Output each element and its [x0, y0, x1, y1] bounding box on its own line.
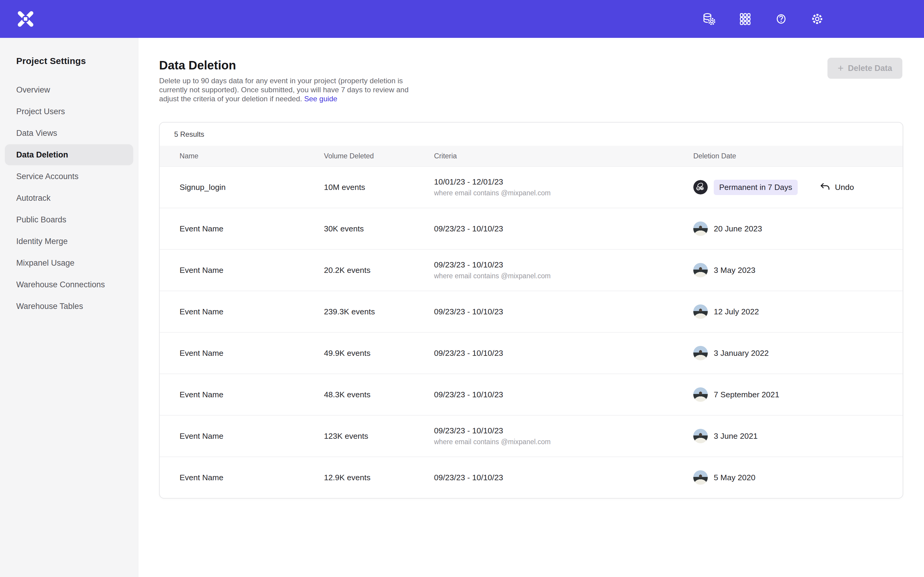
sidebar-item[interactable]: Data Deletion: [5, 144, 133, 165]
plus-icon: +: [838, 63, 844, 73]
table-row: Signup_login 10M events 10/01/23 - 12/01…: [160, 166, 903, 208]
table-row: Event Name 30K events 09/23/23 - 10/10/2…: [160, 208, 903, 249]
sidebar-item-label: Public Boards: [16, 215, 66, 224]
row-name: Event Name: [179, 307, 324, 316]
sidebar-item[interactable]: Overview: [5, 79, 133, 100]
deletion-date: 5 May 2020: [714, 473, 755, 482]
row-volume: 10M events: [324, 183, 434, 192]
deletion-date: 3 June 2021: [714, 432, 758, 441]
row-criteria-subtext: where email contains @mixpanel.com: [434, 272, 693, 280]
row-volume: 49.9K events: [324, 349, 434, 358]
page-description: Delete up to 90 days data for any event …: [159, 76, 421, 103]
undo-button[interactable]: Undo: [819, 181, 854, 193]
deletion-date: 3 May 2023: [714, 266, 755, 275]
column-header-volume: Volume Deleted: [324, 152, 434, 160]
row-criteria: 09/23/23 - 10/10/23: [434, 349, 693, 358]
row-name: Event Name: [179, 473, 324, 482]
table-row: Event Name 49.9K events 09/23/23 - 10/10…: [160, 332, 903, 374]
table-body: Signup_login 10M events 10/01/23 - 12/01…: [160, 166, 903, 498]
delete-data-button-label: Delete Data: [848, 64, 892, 73]
row-name: Signup_login: [179, 183, 324, 192]
sidebar-item[interactable]: Warehouse Tables: [5, 296, 133, 317]
column-header-deletion-date: Deletion Date: [693, 152, 883, 160]
deletion-date: 20 June 2023: [714, 224, 762, 234]
sidebar-item[interactable]: Service Accounts: [5, 166, 133, 187]
sidebar-item-label: Mixpanel Usage: [16, 258, 74, 268]
see-guide-link[interactable]: See guide: [304, 95, 337, 103]
row-volume: 30K events: [324, 224, 434, 234]
user-avatar-photo: [693, 305, 708, 319]
sidebar-item[interactable]: Autotrack: [5, 187, 133, 209]
row-criteria: 09/23/23 - 10/10/23: [434, 224, 693, 234]
column-header-name: Name: [179, 152, 324, 160]
permanent-badge: Permanent in 7 Days: [714, 180, 798, 195]
user-avatar-illustration: [693, 180, 708, 195]
table-header-row: Name Volume Deleted Criteria Deletion Da…: [160, 146, 903, 166]
column-header-criteria: Criteria: [434, 152, 693, 160]
delete-data-button[interactable]: + Delete Data: [827, 58, 902, 79]
row-criteria: 09/23/23 - 10/10/23: [434, 307, 693, 316]
row-criteria-subtext: where email contains @mixpanel.com: [434, 438, 693, 446]
user-avatar-photo: [693, 263, 708, 277]
sidebar-item[interactable]: Public Boards: [5, 209, 133, 230]
row-criteria-subtext: where email contains @mixpanel.com: [434, 189, 693, 197]
sidebar-item[interactable]: Data Views: [5, 122, 133, 143]
row-criteria: 09/23/23 - 10/10/23: [434, 390, 693, 400]
settings-icon[interactable]: [810, 11, 825, 26]
apps-grid-icon[interactable]: [738, 11, 753, 26]
mixpanel-logo-icon[interactable]: [16, 10, 35, 28]
results-count: 5 Results: [160, 122, 903, 146]
table-row: Event Name 48.3K events 09/23/23 - 10/10…: [160, 374, 903, 415]
sidebar-item-label: Service Accounts: [16, 172, 79, 181]
help-icon[interactable]: [774, 11, 789, 26]
data-management-icon[interactable]: [701, 11, 716, 26]
row-criteria: 09/23/23 - 10/10/23: [434, 260, 693, 269]
sidebar-item-label: Data Deletion: [16, 150, 68, 160]
row-criteria: 09/23/23 - 10/10/23: [434, 473, 693, 482]
sidebar-item-label: Warehouse Connections: [16, 280, 105, 289]
row-name: Event Name: [179, 349, 324, 358]
sidebar-item-label: Warehouse Tables: [16, 302, 83, 311]
sidebar-item-label: Autotrack: [16, 193, 50, 203]
row-criteria: 09/23/23 - 10/10/23: [434, 426, 693, 435]
sidebar-nav: Overview Project Users Data Views Data D…: [0, 79, 138, 317]
sidebar-title: Project Settings: [16, 56, 138, 66]
user-avatar-photo: [693, 470, 708, 485]
page-description-text: Delete up to 90 days data for any event …: [159, 77, 409, 103]
table-row: Event Name 12.9K events 09/23/23 - 10/10…: [160, 456, 903, 498]
deletion-date: 7 September 2021: [714, 390, 779, 400]
row-volume: 123K events: [324, 432, 434, 441]
data-deletion-page: Data Deletion Delete up to 90 days data …: [138, 38, 924, 577]
sidebar-item[interactable]: Project Users: [5, 101, 133, 122]
user-avatar-photo: [693, 387, 708, 402]
row-name: Event Name: [179, 224, 324, 234]
sidebar-item[interactable]: Warehouse Connections: [5, 274, 133, 295]
top-navigation-bar: [0, 0, 924, 38]
row-volume: 12.9K events: [324, 473, 434, 482]
row-volume: 239.3K events: [324, 307, 434, 316]
table-row: Event Name 239.3K events 09/23/23 - 10/1…: [160, 291, 903, 332]
sidebar-item-label: Identity Merge: [16, 237, 68, 246]
row-criteria: 10/01/23 - 12/01/23: [434, 177, 693, 187]
project-settings-sidebar: Project Settings Overview Project Users …: [0, 38, 138, 577]
user-avatar-photo: [693, 346, 708, 360]
row-volume: 48.3K events: [324, 390, 434, 400]
sidebar-item[interactable]: Mixpanel Usage: [5, 253, 133, 274]
sidebar-item-label: Overview: [16, 85, 50, 95]
topbar-icon-group: [701, 11, 825, 26]
user-avatar-photo: [693, 429, 708, 443]
undo-arrow-icon: [819, 181, 831, 193]
row-name: Event Name: [179, 266, 324, 275]
sidebar-item-label: Project Users: [16, 107, 65, 116]
deletion-date: 3 January 2022: [714, 349, 769, 358]
user-avatar-photo: [693, 221, 708, 236]
sidebar-item[interactable]: Identity Merge: [5, 231, 133, 252]
sidebar-item-label: Data Views: [16, 129, 57, 138]
deletions-table-card: 5 Results Name Volume Deleted Criteria D…: [159, 122, 903, 498]
row-name: Event Name: [179, 390, 324, 400]
table-row: Event Name 20.2K events 09/23/23 - 10/10…: [160, 249, 903, 291]
deletion-date: 12 July 2022: [714, 307, 759, 316]
row-name: Event Name: [179, 432, 324, 441]
row-volume: 20.2K events: [324, 266, 434, 275]
undo-label: Undo: [835, 183, 854, 192]
